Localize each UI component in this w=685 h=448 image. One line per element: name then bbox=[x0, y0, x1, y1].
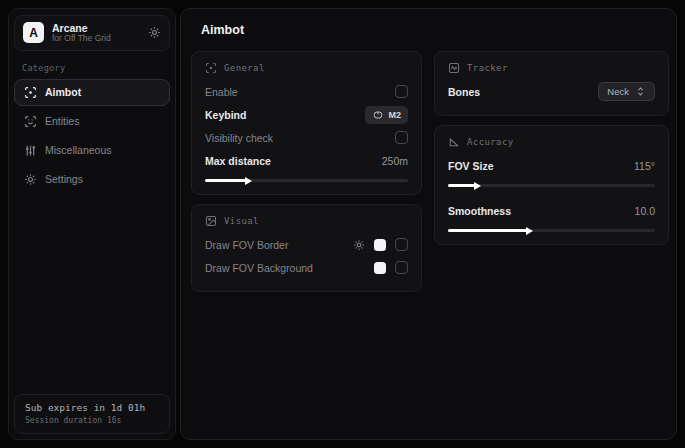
general-card: General Enable Keybind bbox=[191, 51, 422, 195]
gear-icon[interactable] bbox=[353, 239, 365, 251]
fov-background-label: Draw FOV Background bbox=[205, 262, 313, 274]
gear-icon bbox=[24, 173, 37, 186]
app-subtitle: for Off The Grid bbox=[52, 34, 140, 44]
enable-label: Enable bbox=[205, 86, 238, 98]
image-icon bbox=[205, 215, 217, 227]
main-content: Aimbot General Enable bbox=[180, 8, 677, 440]
fov-border-color-swatch[interactable] bbox=[374, 239, 386, 251]
bones-row: Bones Neck bbox=[448, 80, 655, 103]
bones-select[interactable]: Neck bbox=[598, 82, 655, 101]
sidebar-item-miscellaneous[interactable]: Miscellaneous bbox=[14, 137, 170, 164]
category-label: Category bbox=[22, 63, 175, 73]
keybind-label: Keybind bbox=[205, 109, 246, 121]
smoothness-value: 10.0 bbox=[635, 205, 655, 217]
card-header-label: Visual bbox=[224, 216, 259, 226]
sub-expiry-text: Sub expires in 1d 01h bbox=[25, 402, 159, 413]
crosshair-scan-icon bbox=[24, 86, 37, 99]
card-header-label: General bbox=[224, 63, 265, 73]
keybind-value: M2 bbox=[389, 110, 402, 120]
sidebar-item-entities[interactable]: Entities bbox=[14, 108, 170, 135]
sidebar-item-label: Miscellaneous bbox=[45, 144, 112, 156]
sidebar-item-label: Aimbot bbox=[45, 86, 81, 98]
fov-border-label: Draw FOV Border bbox=[205, 239, 288, 251]
card-header-label: Tracker bbox=[467, 63, 508, 73]
keybind-row: Keybind M2 bbox=[205, 103, 408, 126]
sidebar-nav: Aimbot Entities Miscellaneous bbox=[9, 79, 175, 193]
sidebar-item-label: Entities bbox=[45, 115, 79, 127]
smoothness-slider[interactable] bbox=[448, 229, 655, 232]
fov-background-checkbox[interactable] bbox=[395, 261, 408, 274]
visibility-check-label: Visibility check bbox=[205, 132, 273, 144]
fov-size-label: FOV Size bbox=[448, 160, 494, 172]
activity-box-icon bbox=[448, 62, 460, 74]
bones-label: Bones bbox=[448, 86, 480, 98]
max-distance-label: Max distance bbox=[205, 155, 271, 167]
sidebar-item-label: Settings bbox=[45, 173, 83, 185]
gear-icon[interactable] bbox=[148, 26, 161, 39]
slider-thumb[interactable] bbox=[526, 227, 533, 235]
sidebar-item-aimbot[interactable]: Aimbot bbox=[14, 79, 170, 106]
crosshair-scan-icon bbox=[205, 62, 217, 74]
visual-card: Visual Draw FOV Border bbox=[191, 204, 422, 292]
enable-row: Enable bbox=[205, 80, 408, 103]
bones-value: Neck bbox=[607, 86, 629, 97]
visibility-check-row: Visibility check bbox=[205, 126, 408, 149]
fov-size-value: 115° bbox=[634, 160, 655, 172]
sidebar-item-settings[interactable]: Settings bbox=[14, 166, 170, 193]
smoothness-label: Smoothness bbox=[448, 205, 511, 217]
max-distance-value: 250m bbox=[382, 155, 408, 167]
app-header: A Arcane for Off The Grid bbox=[14, 15, 170, 51]
page-title: Aimbot bbox=[181, 9, 676, 37]
accuracy-card: Accuracy FOV Size 115° Smoothness 10.0 bbox=[434, 125, 669, 245]
slider-thumb[interactable] bbox=[245, 177, 252, 185]
fov-border-row: Draw FOV Border bbox=[205, 233, 408, 256]
max-distance-row: Max distance 250m bbox=[205, 149, 408, 172]
max-distance-slider[interactable] bbox=[205, 179, 408, 182]
fov-size-row: FOV Size 115° bbox=[448, 154, 655, 177]
triangle-ruler-icon bbox=[448, 136, 460, 148]
card-header-label: Accuracy bbox=[467, 137, 514, 147]
slider-thumb[interactable] bbox=[474, 182, 481, 190]
keybind-button[interactable]: M2 bbox=[365, 106, 409, 124]
mouse-icon bbox=[372, 109, 384, 121]
tracker-card: Tracker Bones Neck bbox=[434, 51, 669, 116]
chevrons-up-down-icon bbox=[635, 86, 646, 97]
session-duration-text: Session duration 16s bbox=[25, 416, 159, 425]
enable-checkbox[interactable] bbox=[395, 85, 408, 98]
sidebar: A Arcane for Off The Grid Category Aimbo… bbox=[8, 8, 176, 440]
visibility-check-checkbox[interactable] bbox=[395, 131, 408, 144]
fov-background-row: Draw FOV Background bbox=[205, 256, 408, 279]
fov-border-checkbox[interactable] bbox=[395, 238, 408, 251]
smoothness-row: Smoothness 10.0 bbox=[448, 199, 655, 222]
subscription-status: Sub expires in 1d 01h Session duration 1… bbox=[14, 394, 170, 434]
scan-face-icon bbox=[24, 115, 37, 128]
fov-size-slider[interactable] bbox=[448, 184, 655, 187]
app-logo: A bbox=[23, 22, 44, 43]
fov-background-color-swatch[interactable] bbox=[374, 262, 386, 274]
sliders-icon bbox=[24, 144, 37, 157]
